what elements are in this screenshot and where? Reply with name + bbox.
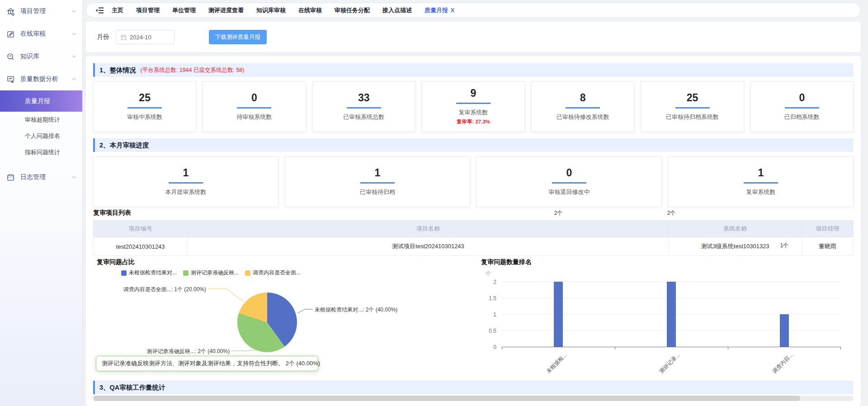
- sidebar-item-review-overdue-stats[interactable]: 审核超期统计: [0, 112, 82, 128]
- stat-card: 1 本月提审系统数: [93, 156, 278, 207]
- sidebar-item-personal-issue-ranking[interactable]: 个人问题排名: [0, 128, 82, 144]
- pie-callout-yellow: 调查内容是否全面...: 1个 (20.00%): [93, 286, 206, 293]
- section-1-title: 1、整体情况: [99, 66, 136, 75]
- stat-underline: [237, 107, 271, 109]
- sidebar-item-indicator-issue-stats[interactable]: 指标问题统计: [0, 144, 82, 161]
- sidebar-item-online-review[interactable]: 在线审核: [0, 23, 82, 45]
- tab-access-point-desc[interactable]: 接入点描述: [382, 6, 412, 14]
- bar-series-2[interactable]: [780, 314, 789, 347]
- nav-tabs: 主页 项目管理 单位管理 测评进度查看 知识库审核 在线审核 审核任务分配 接入…: [112, 6, 454, 14]
- tab-home[interactable]: 主页: [112, 6, 123, 14]
- sidebar: 项目管理 在线审核 知识库 质量数据分析 质量月报 审核超期统计 个人问题排名: [0, 0, 82, 406]
- tab-knowledge-review[interactable]: 知识库审核: [256, 6, 286, 14]
- legend-item[interactable]: 调查内容是否全面...: [245, 269, 301, 277]
- sidebar-item-label: 日志管理: [20, 173, 71, 181]
- stat-value: 8: [580, 93, 586, 103]
- bank-icon: [6, 7, 15, 16]
- y-tick: 0.5: [483, 328, 496, 334]
- sidebar-item-label: 项目管理: [20, 7, 71, 15]
- x-axis-tick: [728, 347, 728, 349]
- tab-quality-monthly-report[interactable]: 质量月报 X: [425, 6, 454, 14]
- x-axis-tick: [502, 347, 502, 349]
- stat-value: 25: [687, 93, 698, 103]
- stat-underline: [744, 182, 778, 184]
- sidebar-item-log-management[interactable]: 日志管理: [0, 166, 82, 189]
- month-picker-input[interactable]: 2024-10: [116, 30, 175, 44]
- stat-label: 待审核系统数: [236, 113, 272, 121]
- collapse-menu-icon[interactable]: [95, 7, 104, 14]
- stat-value: 0: [566, 168, 572, 178]
- legend-swatch-green: [183, 270, 189, 276]
- x-axis-tick: [840, 347, 841, 349]
- horizontal-scrollbar-thumb[interactable]: [93, 396, 800, 401]
- sidebar-item-knowledge-base[interactable]: 知识库: [0, 45, 82, 68]
- spacer: [0, 161, 82, 166]
- sidebar-item-quality-data-analysis[interactable]: 质量数据分析: [0, 68, 82, 90]
- horizontal-scrollbar-track[interactable]: [93, 396, 854, 401]
- stat-value: 33: [358, 93, 370, 103]
- section-3-header: 3、QA审核工作量统计: [93, 381, 854, 394]
- stat-value: 1: [183, 168, 189, 178]
- stat-underline: [127, 107, 162, 109]
- bar-chart-title: 复审问题数量排名: [481, 258, 532, 266]
- stat-card: 1 已审核待归档: [285, 156, 470, 207]
- analysis-icon: [6, 75, 15, 84]
- stat-underline: [675, 107, 710, 109]
- stat-card: 9 复审系统数 复审率: 27.3%: [422, 81, 525, 132]
- col-project-id: 项目编号: [94, 221, 188, 237]
- tab-online-review[interactable]: 在线审核: [298, 6, 322, 14]
- stat-value: 9: [471, 88, 476, 99]
- review-issue-bar-chart: 复审问题数量排名 个 0 0.5 1 1.5 2 2个 2个: [470, 255, 854, 378]
- month-label: 月份: [97, 33, 109, 41]
- section-1-subtitle: (平台系统总数: 1944 已提交系统总数: 58): [141, 66, 245, 74]
- stat-card: 0 待审核系统数: [203, 81, 306, 132]
- pie-callout-green: 测评记录准确反映...: 2个 (40.00%): [116, 348, 230, 355]
- download-report-button[interactable]: 下载测评质量月报: [209, 30, 267, 44]
- tab-review-task-assign[interactable]: 审核任务分配: [335, 6, 370, 14]
- legend-item[interactable]: 未根据检查结果对...: [121, 269, 177, 277]
- stat-card: 1 复审系统数: [668, 156, 854, 207]
- table-row: test202410301243 测试项目test202410301243 测试…: [94, 237, 854, 256]
- y-tick: 1.5: [483, 295, 496, 302]
- stat-card: 0 已归档系统数: [750, 81, 854, 132]
- stat-card: 0 审核退回修改中: [476, 156, 662, 207]
- stat-label: 审核退回修改中: [549, 188, 590, 196]
- section-3-title: 3、QA审核工作量统计: [99, 383, 165, 392]
- top-nav-bar: 主页 项目管理 单位管理 测评进度查看 知识库审核 在线审核 审核任务分配 接入…: [86, 3, 861, 18]
- chevron-down-icon: [71, 54, 77, 59]
- table-header-row: 项目编号 项目名称 系统名称 项目经理: [94, 221, 854, 237]
- tab-close-icon[interactable]: X: [451, 7, 454, 14]
- col-system-name: 系统名称: [669, 221, 802, 237]
- sidebar-item-quality-monthly-report[interactable]: 质量月报: [0, 90, 82, 112]
- bar-series-0[interactable]: [554, 282, 563, 347]
- tab-eval-progress-view[interactable]: 测评进度查看: [208, 6, 244, 14]
- cell-project-id: test202410301243: [94, 237, 188, 256]
- pie-callout-blue: 未根据检查结果对...: 2个 (40.00%): [315, 306, 397, 314]
- legend-item[interactable]: 测评记录准确反映...: [183, 269, 239, 277]
- review-project-table: 项目编号 项目名称 系统名称 项目经理 test202410301243 测试项…: [93, 220, 854, 256]
- tab-project-management[interactable]: 项目管理: [136, 6, 160, 14]
- stat-label: 已审核待修改系统数: [557, 113, 609, 121]
- bar-plot-area: 2个 2个 1个 未根据检... 测评记录... 调查内容...: [502, 282, 841, 347]
- sidebar-item-label: 质量数据分析: [20, 75, 71, 83]
- filter-bar: 月份 2024-10 下载测评质量月报: [86, 22, 861, 52]
- x-axis-tick: [615, 347, 615, 349]
- bar-value-label: 2个: [554, 209, 563, 217]
- stat-label: 复审系统数: [746, 188, 776, 196]
- stat-underline: [785, 107, 819, 109]
- stat-underline: [566, 107, 600, 109]
- col-project-manager: 项目经理: [802, 221, 853, 237]
- stat-card: 25 已审核待归档系统数: [641, 81, 744, 132]
- report-panel: 1、整体情况 (平台系统总数: 1944 已提交系统总数: 58) 25 审核中…: [86, 56, 861, 406]
- x-category-label: 调查内容...: [771, 351, 795, 375]
- y-tick: 1: [483, 312, 496, 318]
- pie-chart[interactable]: [237, 293, 297, 352]
- sidebar-item-label: 知识库: [20, 52, 71, 61]
- sidebar-item-project-management[interactable]: 项目管理: [0, 0, 82, 23]
- bar-series-1[interactable]: [667, 282, 676, 347]
- legend-label: 测评记录准确反映...: [191, 269, 239, 277]
- tab-unit-management[interactable]: 单位管理: [172, 6, 196, 14]
- bar-value-label: 1个: [780, 242, 789, 250]
- x-category-label: 未根据检...: [545, 351, 569, 375]
- stat-underline: [169, 182, 203, 184]
